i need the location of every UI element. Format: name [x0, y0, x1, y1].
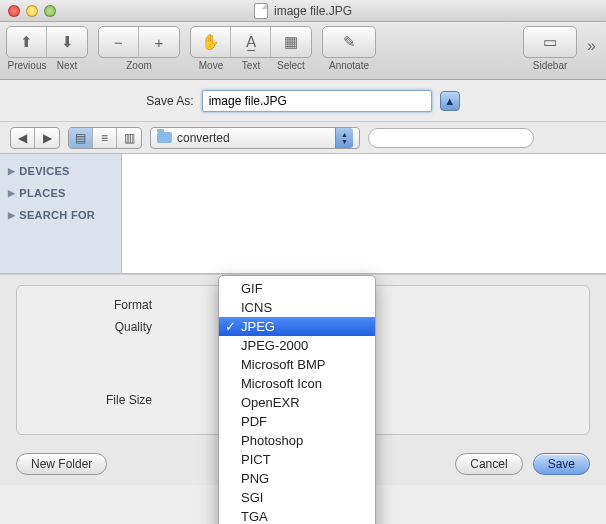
list-view-button[interactable]: ≡ — [93, 128, 117, 148]
text-label: Text — [231, 60, 271, 71]
file-list-pane[interactable] — [122, 154, 606, 273]
zoom-out-button[interactable]: − — [99, 27, 139, 57]
cancel-button[interactable]: Cancel — [455, 453, 522, 475]
format-option-jpeg[interactable]: ✓JPEG — [219, 317, 375, 336]
save-as-input[interactable] — [202, 90, 432, 112]
previous-label: Previous — [7, 60, 47, 71]
previous-button[interactable]: ⬆ — [7, 27, 47, 57]
zoom-window-button[interactable] — [44, 5, 56, 17]
format-option-pdf[interactable]: PDF — [219, 412, 375, 431]
annotate-button[interactable]: ✎ — [323, 27, 375, 57]
move-label: Move — [191, 60, 231, 71]
select-tool-button[interactable]: ▦ — [271, 27, 311, 57]
format-option-sgi[interactable]: SGI — [219, 488, 375, 507]
format-option-png[interactable]: PNG — [219, 469, 375, 488]
text-tool-button[interactable]: A̲ — [231, 27, 271, 57]
toolbar-overflow-icon[interactable]: » — [587, 37, 600, 65]
next-label: Next — [47, 60, 87, 71]
format-option-jpeg2000[interactable]: JPEG-2000 — [219, 336, 375, 355]
disclosure-triangle-icon: ▶ — [8, 188, 15, 198]
icon-view-button[interactable]: ▤ — [69, 128, 93, 148]
back-button[interactable]: ◀ — [11, 128, 35, 148]
format-option-photoshop[interactable]: Photoshop — [219, 431, 375, 450]
sidebar-item-devices[interactable]: ▶DEVICES — [4, 160, 117, 182]
quality-label: Quality — [35, 320, 160, 334]
save-as-label: Save As: — [146, 94, 193, 108]
format-option-tga[interactable]: TGA — [219, 507, 375, 524]
format-menu[interactable]: GIF ICNS ✓JPEG JPEG-2000 Microsoft BMP M… — [218, 275, 376, 524]
select-label: Select — [271, 60, 311, 71]
main-toolbar: ⬆ ⬇ Previous Next − + Zoom ✋ A̲ ▦ Move T… — [0, 22, 606, 80]
window-controls — [8, 5, 56, 17]
format-option-bmp[interactable]: Microsoft BMP — [219, 355, 375, 374]
forward-button[interactable]: ▶ — [35, 128, 59, 148]
save-button[interactable]: Save — [533, 453, 590, 475]
format-option-icns[interactable]: ICNS — [219, 298, 375, 317]
format-label: Format — [35, 298, 160, 312]
close-window-button[interactable] — [8, 5, 20, 17]
path-stepper-icon: ▲▼ — [335, 128, 353, 148]
column-view-button[interactable]: ▥ — [117, 128, 141, 148]
new-folder-button[interactable]: New Folder — [16, 453, 107, 475]
disclosure-triangle-icon: ▶ — [8, 166, 15, 176]
document-icon — [254, 3, 268, 19]
window-title-text: image file.JPG — [274, 4, 352, 18]
zoom-in-button[interactable]: + — [139, 27, 179, 57]
next-button[interactable]: ⬇ — [47, 27, 87, 57]
check-icon: ✓ — [225, 319, 236, 334]
minimize-window-button[interactable] — [26, 5, 38, 17]
format-option-openexr[interactable]: OpenEXR — [219, 393, 375, 412]
nav-group: ⬆ ⬇ Previous Next — [6, 26, 88, 71]
sidebar-item-places[interactable]: ▶PLACES — [4, 182, 117, 204]
sidebar: ▶DEVICES ▶PLACES ▶SEARCH FOR — [0, 154, 122, 273]
options-panel: Format Quality File Size GIF ICNS ✓JPEG … — [0, 274, 606, 443]
folder-name: converted — [177, 131, 230, 145]
window-title: image file.JPG — [254, 3, 352, 19]
view-mode: ▤ ≡ ▥ — [68, 127, 142, 149]
folder-icon — [157, 132, 172, 143]
format-option-pict[interactable]: PICT — [219, 450, 375, 469]
browser-nav: ◀ ▶ ▤ ≡ ▥ converted ▲▼ 🔍 — [0, 122, 606, 154]
sidebar-button[interactable]: ▭ — [524, 27, 576, 57]
zoom-label: Zoom — [126, 60, 152, 71]
disclosure-triangle-icon: ▶ — [8, 210, 15, 220]
filesize-label: File Size — [35, 393, 160, 407]
save-as-row: Save As: ▲ — [0, 80, 606, 122]
format-option-msicon[interactable]: Microsoft Icon — [219, 374, 375, 393]
disclosure-toggle[interactable]: ▲ — [440, 91, 460, 111]
titlebar: image file.JPG — [0, 0, 606, 22]
sidebar-item-searchfor[interactable]: ▶SEARCH FOR — [4, 204, 117, 226]
format-option-gif[interactable]: GIF — [219, 279, 375, 298]
move-tool-button[interactable]: ✋ — [191, 27, 231, 57]
browser-body: ▶DEVICES ▶PLACES ▶SEARCH FOR — [0, 154, 606, 274]
search-input[interactable] — [368, 128, 534, 148]
annotate-label: Annotate — [329, 60, 369, 71]
folder-path-popup[interactable]: converted ▲▼ — [150, 127, 360, 149]
sidebar-label: Sidebar — [533, 60, 567, 71]
history-nav: ◀ ▶ — [10, 127, 60, 149]
